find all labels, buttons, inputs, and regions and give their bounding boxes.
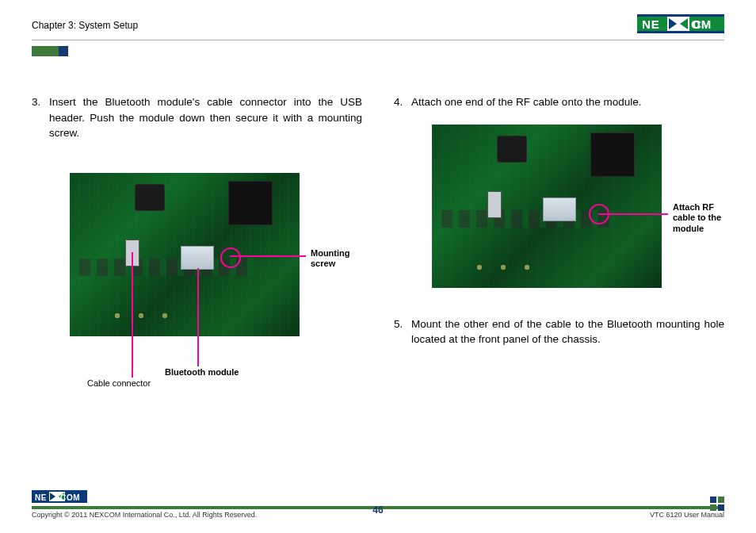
left-column: 3. Insert the Bluetooth module's cable c… xyxy=(32,94,362,359)
page-header: Chapter 3: System Setup NE OM C xyxy=(32,14,724,36)
svg-text:NE: NE xyxy=(642,17,660,31)
copyright-text: Copyright © 2011 NEXCOM International Co… xyxy=(32,511,257,519)
page-number: 46 xyxy=(372,504,383,516)
pcb-photo-right xyxy=(432,125,662,288)
leader-line xyxy=(132,252,133,378)
pcb-photo-left xyxy=(70,173,300,336)
svg-text:NE: NE xyxy=(35,493,47,502)
leader-line xyxy=(598,213,668,215)
step-number: 5. xyxy=(394,316,411,347)
leader-line xyxy=(230,255,306,257)
chapter-title: Chapter 3: System Setup xyxy=(32,20,138,31)
footer-ornament xyxy=(710,497,724,511)
step-4: 4. Attach one end of the RF cable onto t… xyxy=(394,94,724,110)
step-text: Attach one end of the RF cable onto the … xyxy=(411,94,724,110)
svg-text:C: C xyxy=(60,493,66,502)
footer-bar: Copyright © 2011 NEXCOM International Co… xyxy=(32,506,724,519)
svg-text:OM: OM xyxy=(67,493,80,502)
doc-title: VTC 6120 User Manual xyxy=(650,511,724,519)
page-footer: NE OM C Copyright © 2011 NEXCOM Internat… xyxy=(32,506,724,519)
callout-attach-rf: Attach RF cable to the module xyxy=(673,202,736,235)
svg-rect-2 xyxy=(637,31,724,33)
corner-tabs xyxy=(32,45,724,59)
callout-mounting-screw: Mounting screw xyxy=(311,248,366,270)
brand-logo-bottom: NE OM C xyxy=(32,490,87,506)
leader-line xyxy=(197,268,199,366)
header-rule xyxy=(32,40,724,40)
callout-cable-connector: Cable connector xyxy=(87,378,151,389)
step-3: 3. Insert the Bluetooth module's cable c… xyxy=(32,94,362,141)
svg-text:C: C xyxy=(693,17,701,31)
step-5: 5. Mount the other end of the cable to t… xyxy=(394,316,724,347)
content-area: 3. Insert the Bluetooth module's cable c… xyxy=(32,94,724,359)
callout-bluetooth-module: Bluetooth module xyxy=(165,367,239,377)
step-number: 4. xyxy=(394,94,411,110)
step-number: 3. xyxy=(32,94,49,141)
right-column: 4. Attach one end of the RF cable onto t… xyxy=(394,94,724,359)
figure-right: Attach RF cable to the module xyxy=(394,125,724,288)
brand-logo-top: NE OM C xyxy=(637,14,724,36)
figure-left: Mounting screw Bluetooth module Cable co… xyxy=(32,173,362,336)
step-text: Mount the other end of the cable to the … xyxy=(411,316,724,347)
step-text: Insert the Bluetooth module's cable conn… xyxy=(49,94,362,141)
svg-rect-1 xyxy=(637,14,724,17)
